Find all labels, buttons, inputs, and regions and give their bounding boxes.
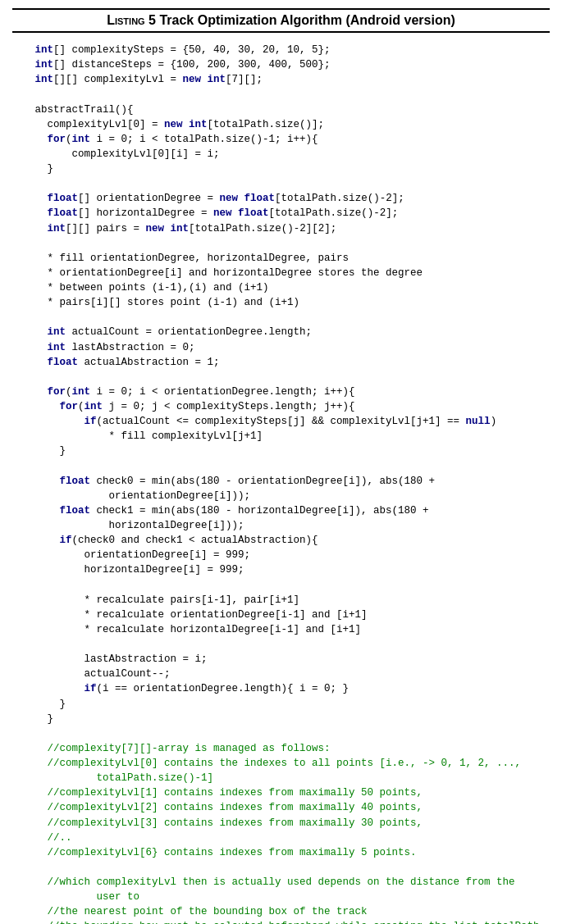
title-text: Track Optimization Algorithm (Android ve… (159, 13, 455, 27)
listing-title: Listing 5 Track Optimization Algorithm (… (12, 8, 550, 33)
code-block: int[] complexitySteps = {50, 40, 30, 20,… (12, 43, 550, 924)
listing-label: Listing 5 (107, 13, 156, 27)
